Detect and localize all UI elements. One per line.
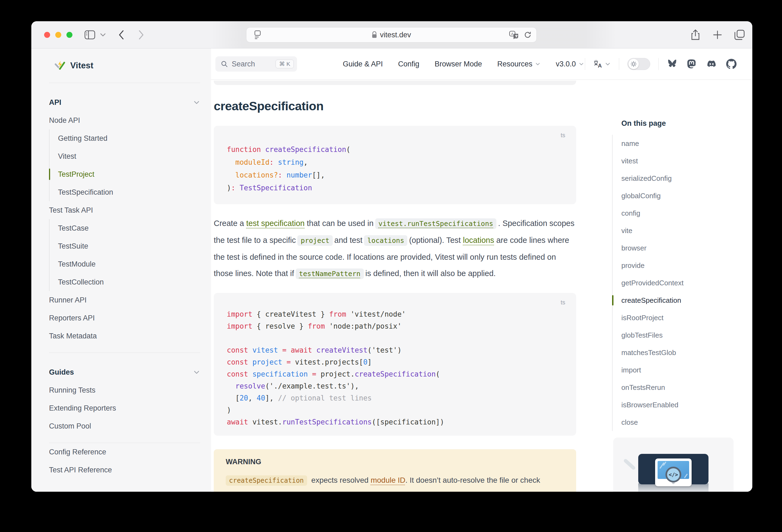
sidebar-item-running-tests[interactable]: Running Tests bbox=[49, 381, 200, 399]
code-block-signature[interactable]: ts function createSpecification( moduleI… bbox=[214, 126, 576, 204]
code-lang-badge: ts bbox=[561, 299, 565, 306]
reload-icon[interactable] bbox=[524, 31, 532, 39]
logo-text: Vitest bbox=[70, 61, 94, 71]
address-bar[interactable]: vitest.dev A bbox=[246, 27, 537, 42]
toc-item-close[interactable]: close bbox=[621, 414, 734, 431]
forward-button[interactable] bbox=[138, 30, 145, 40]
code-block-example[interactable]: ts import { createVitest } from 'vitest/… bbox=[214, 293, 576, 436]
share-icon[interactable] bbox=[691, 29, 700, 41]
toc-item-globalconfig[interactable]: globalConfig bbox=[621, 187, 734, 205]
sidebar-section-api[interactable]: API bbox=[49, 94, 200, 111]
toc-title: On this page bbox=[612, 119, 734, 128]
sidebar-item-task-metadata[interactable]: Task Metadata bbox=[49, 327, 200, 345]
sidebar-item-reporters-api[interactable]: Reporters API bbox=[49, 309, 200, 327]
code-lines: function createSpecification( moduleId: … bbox=[227, 143, 563, 194]
toc-item-vite[interactable]: vite bbox=[621, 222, 734, 239]
browser-toolbar: vitest.dev A bbox=[31, 21, 752, 48]
description-paragraph: Create a test specification that can be … bbox=[214, 215, 576, 282]
zoom-window-button[interactable] bbox=[66, 32, 72, 38]
sidebar-item-test-api-reference[interactable]: Test API Reference bbox=[49, 461, 200, 479]
bluesky-icon[interactable] bbox=[667, 59, 678, 69]
chevron-down-icon bbox=[579, 61, 584, 67]
sidebar-item-testcase[interactable]: TestCase bbox=[58, 219, 200, 237]
sidebar-item-runner-api[interactable]: Runner API bbox=[49, 291, 200, 309]
sidebar-item-node-api[interactable]: Node API bbox=[49, 111, 200, 129]
sidebar-item-group: Getting StartedVitestTestProjectTestSpec… bbox=[49, 129, 200, 201]
nav-dropdown-version[interactable]: v3.0.0 bbox=[556, 60, 584, 68]
nav-link-browser-mode[interactable]: Browser Mode bbox=[434, 60, 482, 68]
chevron-down-icon bbox=[535, 61, 540, 67]
chevron-down-icon[interactable] bbox=[100, 33, 106, 37]
toc-item-provide[interactable]: provide bbox=[621, 257, 734, 274]
toc-item-isbrowserenabled[interactable]: isBrowserEnabled bbox=[621, 396, 734, 414]
toc-item-isrootproject[interactable]: isRootProject bbox=[621, 309, 734, 326]
lock-icon bbox=[372, 31, 377, 38]
svg-text:A: A bbox=[598, 63, 602, 68]
github-icon[interactable] bbox=[726, 59, 737, 69]
toc-item-createspecification[interactable]: createSpecification bbox=[621, 292, 734, 309]
code-lang-badge: ts bbox=[561, 132, 565, 139]
nav-dropdown-resources[interactable]: Resources bbox=[497, 60, 540, 68]
sidebar-nav: APINode APIGetting StartedVitestTestProj… bbox=[49, 94, 200, 479]
sidebar-item-testsuite[interactable]: TestSuite bbox=[58, 237, 200, 255]
sidebar-item-testproject[interactable]: TestProject bbox=[58, 165, 200, 183]
nav-link-guide-api[interactable]: Guide & API bbox=[343, 60, 383, 68]
sidebar-toggle-icon[interactable] bbox=[84, 30, 95, 39]
close-window-button[interactable] bbox=[44, 32, 50, 38]
toc-item-browser[interactable]: browser bbox=[621, 239, 734, 257]
theme-toggle[interactable] bbox=[627, 58, 650, 70]
nav-link-config[interactable]: Config bbox=[398, 60, 419, 68]
toc: On this page namevitestserializedConfigg… bbox=[612, 119, 734, 492]
sidebar-item-config-reference[interactable]: Config Reference bbox=[49, 443, 200, 461]
tabs-overview-icon[interactable] bbox=[734, 29, 745, 41]
sidebar-item-test-task-api[interactable]: Test Task API bbox=[49, 201, 200, 219]
language-menu[interactable]: A bbox=[593, 60, 611, 68]
code-lines: import { createVitest } from 'vitest/nod… bbox=[227, 308, 563, 428]
toc-item-serializedconfig[interactable]: serializedConfig bbox=[621, 170, 734, 187]
sidebar-divider bbox=[49, 353, 200, 353]
sidebar-item-testspecification[interactable]: TestSpecification bbox=[58, 183, 200, 201]
sidebar-item-extending-reporters[interactable]: Extending Reporters bbox=[49, 399, 200, 417]
url-host[interactable]: vitest.dev bbox=[380, 31, 411, 39]
sidebar-item-vitest[interactable]: Vitest bbox=[58, 147, 200, 165]
discord-icon[interactable] bbox=[706, 59, 717, 69]
svg-text:A: A bbox=[511, 32, 513, 36]
chevron-down-icon bbox=[605, 61, 611, 67]
vitest-logo-icon bbox=[54, 60, 66, 72]
toc-item-getprovidedcontext[interactable]: getProvidedContext bbox=[621, 274, 734, 292]
search-label: Search bbox=[232, 60, 255, 68]
sidebar: Vitest APINode APIGetting StartedVitestT… bbox=[31, 48, 211, 492]
site-nav: Search ⌘ K Guide & API Config Browser Mo… bbox=[211, 48, 752, 80]
toc-item-globtestfiles[interactable]: globTestFiles bbox=[621, 326, 734, 344]
code-magnifier-icon: </> bbox=[666, 467, 681, 483]
language-icon: A bbox=[593, 60, 603, 68]
toc-item-name[interactable]: name bbox=[621, 135, 734, 152]
logo[interactable]: Vitest bbox=[49, 48, 200, 83]
nav-separator bbox=[585, 58, 585, 70]
toc-item-vitest[interactable]: vitest bbox=[621, 152, 734, 170]
sidebar-section-guides[interactable]: Guides bbox=[49, 363, 200, 381]
warning-callout: WARNING createSpecification expects reso… bbox=[214, 449, 576, 492]
mastodon-icon[interactable] bbox=[687, 59, 697, 69]
sidebar-item-custom-pool[interactable]: Custom Pool bbox=[49, 417, 200, 435]
toc-item-import[interactable]: import bbox=[621, 361, 734, 379]
search-shortcut-badge: ⌘ K bbox=[276, 60, 294, 68]
toc-item-matchestestglob[interactable]: matchesTestGlob bbox=[621, 344, 734, 361]
minimize-window-button[interactable] bbox=[55, 32, 61, 38]
chevron-down-icon bbox=[193, 99, 200, 106]
nav-links: Guide & API Config Browser Mode Resource… bbox=[343, 60, 584, 68]
doc-content: createSpecification ts function createSp… bbox=[214, 80, 576, 492]
toc-item-ontestsrerun[interactable]: onTestsRerun bbox=[621, 379, 734, 396]
sponsor-card[interactable]: </> bbox=[613, 437, 734, 492]
sun-icon bbox=[631, 61, 637, 67]
sidebar-item-testcollection[interactable]: TestCollection bbox=[58, 273, 200, 291]
back-button[interactable] bbox=[118, 30, 125, 40]
warning-body-clipped: that it exists on the file system. bbox=[226, 488, 564, 492]
sidebar-divider bbox=[49, 83, 200, 83]
new-tab-icon[interactable] bbox=[713, 30, 722, 40]
search-input[interactable]: Search ⌘ K bbox=[215, 56, 297, 72]
sidebar-item-testmodule[interactable]: TestModule bbox=[58, 255, 200, 273]
translate-icon[interactable]: A bbox=[509, 31, 519, 39]
toc-item-config[interactable]: config bbox=[621, 205, 734, 222]
sidebar-item-getting-started[interactable]: Getting Started bbox=[58, 129, 200, 147]
